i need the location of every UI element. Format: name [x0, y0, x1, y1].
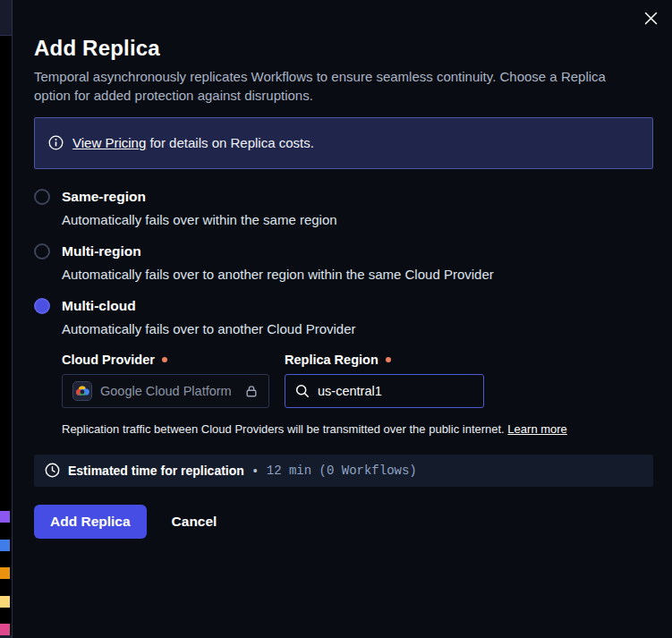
- add-replica-button[interactable]: Add Replica: [34, 505, 147, 539]
- view-pricing-link[interactable]: View Pricing: [72, 135, 146, 150]
- modal-actions: Add Replica Cancel: [34, 505, 653, 539]
- close-icon[interactable]: [642, 9, 659, 27]
- pricing-info-banner: View Pricing for details on Replica cost…: [34, 117, 653, 169]
- cloud-provider-label: Cloud Provider: [62, 351, 269, 369]
- estimate-value: 12 min (0 Workflows): [267, 464, 417, 478]
- field-label-text: Cloud Provider: [62, 353, 155, 367]
- estimated-time-banner: Estimated time for replication • 12 min …: [34, 455, 653, 487]
- radio-multi-cloud[interactable]: [34, 298, 50, 314]
- option-label: Multi-cloud: [62, 298, 136, 314]
- option-multi-region-selector[interactable]: Multi-region: [34, 243, 653, 259]
- multi-cloud-fields: Cloud Provider: [62, 351, 653, 408]
- option-same-region: Same-region Automatically fails over wit…: [34, 189, 653, 229]
- info-icon: [48, 135, 64, 150]
- option-label: Same-region: [62, 189, 146, 205]
- replica-region-combobox[interactable]: [285, 374, 484, 408]
- replica-region-label: Replica Region: [285, 351, 484, 369]
- chip-blue: [0, 540, 10, 551]
- modal-description: Temporal asynchronously replicates Workf…: [34, 67, 642, 105]
- option-description: Automatically fails over within the same…: [62, 211, 653, 229]
- estimate-label: Estimated time for replication: [68, 464, 244, 478]
- page-title: Add Replica: [34, 36, 653, 62]
- option-multi-region: Multi-region Automatically fails over to…: [34, 243, 653, 284]
- add-replica-modal: Add Replica Temporal asynchronously repl…: [12, 0, 672, 638]
- cloud-provider-select: Google Cloud Platform: [62, 374, 269, 408]
- option-description: Automatically fails over to another Clou…: [62, 320, 653, 338]
- replica-region-input[interactable]: [318, 384, 473, 398]
- option-same-region-selector[interactable]: Same-region: [34, 189, 653, 205]
- required-indicator: [386, 357, 391, 362]
- background-page-header-fragment: [0, 0, 12, 36]
- chip-pink: [0, 624, 10, 635]
- option-label: Multi-region: [62, 243, 141, 259]
- learn-more-link[interactable]: Learn more: [507, 422, 566, 436]
- lock-icon: [244, 384, 259, 398]
- clock-icon: [45, 463, 60, 478]
- replica-region-field: Replica Region: [285, 351, 484, 408]
- google-cloud-icon: [72, 381, 92, 401]
- cloud-provider-value: Google Cloud Platform: [100, 384, 236, 398]
- estimate-separator: •: [253, 464, 258, 478]
- required-indicator: [162, 357, 167, 362]
- option-description: Automatically fails over to another regi…: [62, 266, 653, 284]
- radio-multi-region[interactable]: [34, 243, 50, 259]
- radio-same-region[interactable]: [34, 189, 50, 205]
- field-label-text: Replica Region: [285, 353, 379, 367]
- screen: Add Replica Temporal asynchronously repl…: [0, 0, 672, 638]
- cancel-button[interactable]: Cancel: [166, 505, 223, 539]
- chip-purple: [0, 511, 10, 523]
- option-multi-cloud: Multi-cloud Automatically fails over to …: [34, 298, 653, 437]
- chip-yellow: [0, 596, 10, 608]
- search-icon: [295, 384, 310, 398]
- pricing-banner-text: for details on Replica costs.: [146, 135, 314, 150]
- option-multi-cloud-selector[interactable]: Multi-cloud: [34, 298, 653, 314]
- replica-option-group: Same-region Automatically fails over wit…: [34, 189, 653, 437]
- note-text: Replication traffic between Cloud Provid…: [62, 422, 505, 436]
- public-internet-note: Replication traffic between Cloud Provid…: [62, 422, 653, 437]
- chip-orange: [0, 567, 10, 579]
- cloud-provider-field: Cloud Provider: [62, 351, 269, 408]
